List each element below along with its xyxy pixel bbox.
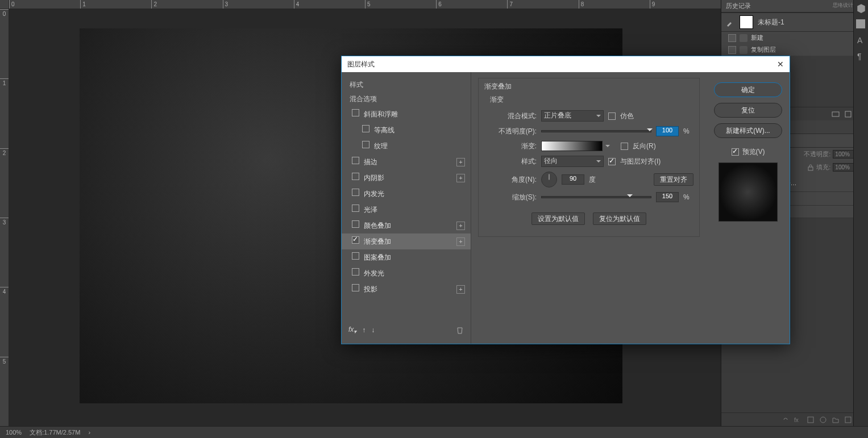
style-item[interactable]: 斜面和浮雕 (342, 106, 471, 122)
style-checkbox[interactable] (352, 205, 359, 212)
style-item[interactable]: 纹理 (342, 138, 471, 154)
arrow-up-icon[interactable]: ↑ (362, 326, 366, 334)
add-instance-icon[interactable]: + (456, 174, 465, 182)
style-item-label: 描边 (364, 158, 377, 166)
style-select[interactable]: 径向 (541, 156, 604, 167)
doc-info: 文档:1.77M/2.57M (30, 428, 80, 437)
history-item-copylayer[interactable]: 复制图层 (721, 44, 868, 56)
style-checkbox[interactable] (352, 220, 359, 228)
reverse-checkbox[interactable] (621, 143, 628, 150)
svg-text:fx: fx (794, 417, 799, 423)
camera-icon[interactable] (832, 110, 840, 118)
dialog-titlebar[interactable]: 图层样式 ✕ (342, 56, 790, 72)
group-title2: 渐变 (479, 95, 699, 108)
style-item[interactable]: 光泽 (342, 202, 471, 218)
style-item[interactable]: 投影+ (342, 281, 471, 297)
history-item-new[interactable]: 新建 (721, 32, 868, 44)
style-list-footer: fx▾ ↑ ↓ (342, 322, 471, 338)
opacity-p-label: 不透明度(P): (484, 127, 537, 136)
add-instance-icon[interactable]: + (456, 237, 465, 246)
new-style-button[interactable]: 新建样式(W)... (714, 123, 782, 138)
set-default-button[interactable]: 设置为默认值 (531, 212, 585, 225)
chevron-right-icon[interactable]: › (88, 429, 90, 436)
paragraph-icon[interactable]: ¶ (856, 51, 866, 61)
style-item-label: 图案叠加 (364, 253, 391, 261)
opacity-label: 不透明度: (804, 150, 830, 158)
new-layer-icon[interactable] (844, 416, 852, 424)
gradient-picker[interactable] (541, 141, 603, 151)
fx-icon[interactable]: fx▾ (348, 326, 356, 335)
style-item[interactable]: 颜色叠加+ (342, 218, 471, 233)
style-item-label: 等高线 (374, 126, 394, 134)
history-snapshot-thumb[interactable] (740, 15, 753, 29)
svg-rect-9 (808, 167, 813, 170)
ruler-horizontal[interactable]: 0123456789 (9, 0, 721, 9)
document-title: 未标题-1 (758, 18, 784, 27)
preview-checkbox[interactable] (732, 148, 739, 156)
opacity-slider[interactable] (541, 130, 651, 132)
style-checkbox[interactable] (352, 284, 359, 291)
dither-checkbox[interactable] (608, 112, 616, 120)
style-item[interactable]: 外发光 (342, 265, 471, 281)
style-checkbox[interactable] (352, 268, 359, 276)
add-instance-icon[interactable]: + (456, 158, 465, 166)
style-item[interactable]: 等高线 (342, 122, 471, 138)
style-item-label: 光泽 (364, 206, 377, 214)
style-label: 样式: (484, 157, 537, 166)
fill-label: 填充: (816, 163, 830, 172)
style-checkbox[interactable] (362, 125, 369, 132)
style-checkbox[interactable] (352, 157, 359, 164)
cube-icon[interactable] (856, 3, 866, 14)
reset-default-button[interactable]: 复位为默认值 (593, 212, 646, 225)
reset-align-button[interactable]: 重置对齐 (654, 173, 693, 186)
zoom-level[interactable]: 100% (6, 429, 22, 436)
layers-footer: fx (721, 412, 868, 426)
new-icon[interactable] (844, 110, 852, 118)
scale-input[interactable]: 150 (656, 192, 679, 202)
style-checkbox[interactable] (352, 252, 359, 260)
style-item[interactable]: 渐变叠加+ (342, 233, 471, 249)
scale-slider[interactable] (541, 196, 651, 198)
ok-button[interactable]: 确定 (714, 82, 782, 97)
char-icon[interactable]: A (856, 35, 866, 45)
mask-icon[interactable] (807, 416, 815, 424)
blend-mode-select[interactable]: 正片叠底 (541, 110, 604, 122)
style-checkbox[interactable] (352, 109, 359, 116)
fx-icon[interactable]: fx (794, 416, 802, 424)
cancel-button[interactable]: 复位 (714, 103, 782, 118)
style-item[interactable]: 内发光 (342, 186, 471, 202)
trash-icon[interactable] (456, 326, 464, 334)
lock-icon[interactable] (807, 164, 814, 171)
arrow-down-icon[interactable]: ↓ (371, 326, 375, 334)
svg-rect-14 (845, 417, 851, 423)
dither-label: 仿色 (620, 111, 634, 121)
history-header: 未标题-1 (721, 12, 868, 32)
ruler-vertical[interactable]: 012345 (0, 9, 9, 426)
angle-unit: 度 (589, 175, 596, 185)
pct-label2: % (683, 193, 693, 201)
angle-dial[interactable] (541, 172, 557, 187)
style-item[interactable]: 图案叠加 (342, 249, 471, 265)
style-item[interactable]: 内阴影+ (342, 170, 471, 186)
angle-input[interactable]: 90 (562, 174, 584, 185)
align-checkbox[interactable] (608, 158, 616, 165)
styles-label[interactable]: 样式 (342, 78, 471, 92)
style-checkbox[interactable] (362, 141, 369, 148)
style-checkbox[interactable] (352, 189, 359, 196)
folder-icon[interactable] (832, 416, 840, 424)
panel-icon-strip: A ¶ (853, 0, 868, 426)
style-item[interactable]: 描边+ (342, 154, 471, 170)
add-instance-icon[interactable]: + (456, 285, 465, 294)
align-label: 与图层对齐(I) (620, 157, 661, 166)
opacity-input[interactable]: 100 (656, 126, 679, 136)
swatch-icon[interactable] (856, 19, 866, 30)
dialog-title: 图层样式 (347, 60, 375, 69)
style-checkbox[interactable] (352, 236, 359, 244)
adjust-icon[interactable] (819, 416, 827, 424)
close-icon[interactable]: ✕ (777, 60, 784, 69)
style-checkbox[interactable] (352, 173, 359, 180)
add-instance-icon[interactable]: + (456, 222, 465, 230)
link-icon[interactable] (782, 416, 790, 424)
history-tab[interactable]: 历史记录思络设计论坛 (721, 0, 868, 12)
blending-options-label[interactable]: 混合选项 (342, 92, 471, 106)
